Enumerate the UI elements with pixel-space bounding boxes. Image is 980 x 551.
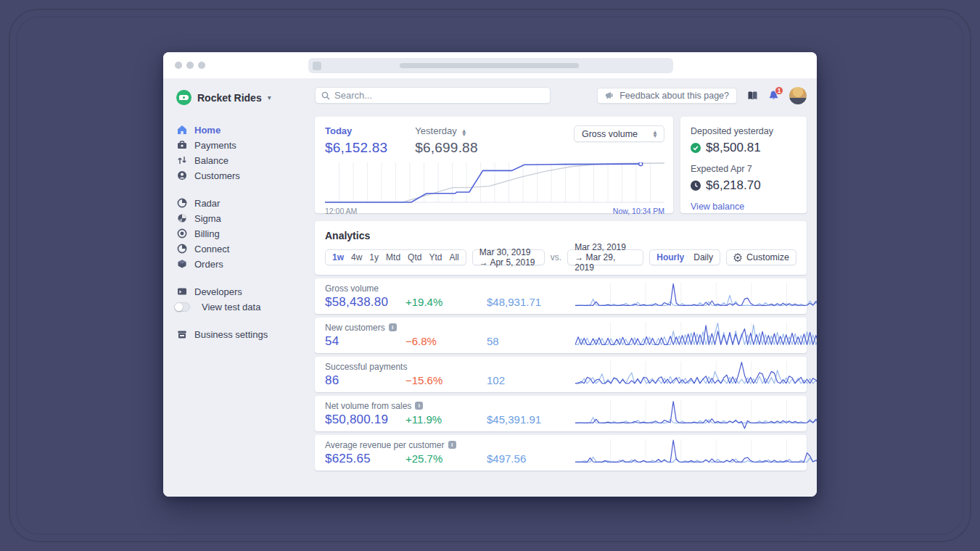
terminal-icon: [176, 286, 187, 297]
sidebar-item-label: Developers: [194, 286, 242, 297]
metric-select-dropdown[interactable]: Gross volume ▲▼: [574, 125, 664, 142]
yesterday-amount: $6,699.88: [415, 140, 477, 156]
avatar[interactable]: [789, 87, 807, 104]
granularity-hourly[interactable]: Hourly: [656, 252, 684, 262]
topbar: Feedback about this page? 1: [305, 78, 817, 112]
today-vs-yesterday-chart: [325, 162, 664, 204]
sidebar-item-balance[interactable]: Balance: [176, 153, 305, 167]
sidebar-item-label: Connect: [194, 244, 229, 254]
metric-row-successful-payments[interactable]: Successful payments 86 −15.6% 102: [315, 357, 807, 392]
metric-row-net-volume[interactable]: Net volume from salesi $50,800.19 +11.9%…: [315, 396, 807, 431]
metric-delta: +11.9%: [405, 413, 487, 426]
metric-compare-value: 58: [487, 335, 499, 347]
window-zoom-button[interactable]: [198, 62, 205, 69]
sidebar-item-business-settings[interactable]: Business settings: [176, 327, 305, 341]
feedback-label: Feedback about this page?: [619, 91, 729, 101]
search-box[interactable]: [315, 87, 551, 104]
yesterday-label[interactable]: Yesterday▲▼: [415, 125, 477, 136]
search-icon: [321, 91, 330, 100]
range-1w[interactable]: 1w: [329, 252, 347, 262]
radar-icon: [176, 198, 187, 209]
home-icon: [176, 125, 187, 136]
range-ytd[interactable]: Ytd: [425, 252, 445, 262]
billing-coin-icon: [176, 228, 187, 239]
period-picker[interactable]: Mar 30, 2019 → Apr 5, 2019: [472, 249, 545, 265]
deposited-amount: $8,500.81: [706, 141, 761, 155]
range-qtd[interactable]: Qtd: [404, 252, 425, 262]
view-balance-link[interactable]: View balance: [691, 202, 796, 212]
sidebar-item-radar[interactable]: Radar: [176, 196, 305, 210]
select-chevrons-icon: ▲▼: [652, 130, 658, 138]
expected-amount: $6,218.70: [706, 178, 761, 193]
compare-period-picker[interactable]: Mar 23, 2019 → Mar 29, 2019: [567, 249, 643, 265]
range-4w[interactable]: 4w: [347, 252, 366, 262]
info-icon[interactable]: i: [389, 323, 397, 331]
megaphone-icon: [605, 91, 614, 99]
book-icon: [747, 91, 758, 101]
metric-delta: +25.7%: [405, 452, 487, 465]
browser-window: Rocket Rides ▾ Home Payments Balance: [163, 52, 817, 497]
sidebar-item-label: Business settings: [194, 329, 268, 340]
axis-start-label: 12:00 AM: [325, 207, 357, 215]
metric-row-new-customers[interactable]: New customersi 54 −6.8% 58: [315, 318, 807, 353]
gear-icon: [733, 253, 742, 262]
metric-value: 54: [325, 334, 405, 349]
sidebar-item-home[interactable]: Home: [176, 123, 305, 137]
sidebar-item-label: Balance: [194, 155, 228, 166]
sidebar-item-customers[interactable]: Customers: [176, 168, 305, 183]
person-icon: [176, 170, 187, 181]
metric-compare-value: 102: [487, 374, 505, 386]
metric-row-gross-volume[interactable]: Gross volume $58,438.80 +19.4% $48,931.7…: [315, 278, 807, 314]
expected-label: Expected Apr 7: [691, 164, 796, 174]
net-volume-sparkline: [575, 399, 817, 429]
search-input[interactable]: [334, 90, 544, 101]
info-icon[interactable]: i: [415, 402, 423, 410]
range-1y[interactable]: 1y: [366, 252, 382, 262]
browser-chrome: [163, 52, 817, 78]
chevron-down-icon: ▾: [268, 94, 271, 102]
metric-value: $625.65: [325, 452, 405, 466]
granularity-daily[interactable]: Daily: [693, 252, 713, 262]
range-all[interactable]: All: [445, 252, 462, 262]
sidebar-nav: Home Payments Balance Customers: [176, 123, 305, 341]
account-switcher[interactable]: Rocket Rides ▾: [176, 90, 305, 105]
sidebar-item-sigma[interactable]: Sigma: [176, 211, 305, 225]
metric-label: Successful payments: [325, 362, 407, 372]
average-revenue-sparkline: [575, 438, 817, 468]
sidebar-item-label: Payments: [194, 140, 236, 151]
sidebar-item-orders[interactable]: Orders: [176, 257, 305, 271]
deposits-card: Deposited yesterday $8,500.81 Expected A…: [680, 117, 807, 213]
sidebar-item-label: View test data: [202, 302, 260, 312]
metric-compare-value: $48,931.71: [487, 296, 541, 308]
sigma-pie-icon: [176, 213, 187, 224]
window-minimize-button[interactable]: [186, 62, 194, 69]
check-circle-icon: [691, 143, 701, 153]
customize-button[interactable]: Customize: [726, 249, 796, 265]
sidebar-item-label: Billing: [194, 228, 220, 239]
feedback-button[interactable]: Feedback about this page?: [597, 88, 737, 104]
metric-value: $58,438.80: [325, 295, 405, 310]
range-mtd[interactable]: Mtd: [382, 252, 404, 262]
sidebar-item-view-test-data[interactable]: View test data: [176, 299, 305, 314]
sidebar-item-developers[interactable]: Developers: [176, 284, 305, 299]
notifications-button[interactable]: 1: [768, 90, 779, 101]
sidebar-item-label: Customers: [194, 170, 240, 181]
info-icon[interactable]: i: [448, 441, 456, 449]
metric-delta: +19.4%: [405, 296, 487, 308]
url-text-placeholder: [400, 63, 579, 68]
docs-button[interactable]: [747, 91, 758, 101]
sidebar-item-connect[interactable]: Connect: [176, 241, 305, 256]
sidebar-item-payments[interactable]: Payments: [176, 138, 305, 152]
today-amount: $6,152.83: [325, 140, 387, 156]
notification-badge: 1: [775, 86, 783, 95]
sidebar-item-billing[interactable]: Billing: [176, 226, 305, 241]
address-bar[interactable]: [308, 58, 673, 73]
metric-compare-value: $45,391.91: [487, 413, 541, 426]
account-name: Rocket Rides: [197, 92, 262, 104]
today-label[interactable]: Today: [325, 125, 387, 136]
analytics-header-card: Analytics 1w 4w 1y Mtd Qtd Ytd All: [315, 221, 807, 275]
main-area: Feedback about this page? 1: [305, 78, 817, 497]
window-close-button[interactable]: [175, 62, 182, 69]
metric-row-average-revenue[interactable]: Average revenue per customeri $625.65 +2…: [315, 435, 807, 471]
test-data-toggle[interactable]: [174, 302, 190, 312]
